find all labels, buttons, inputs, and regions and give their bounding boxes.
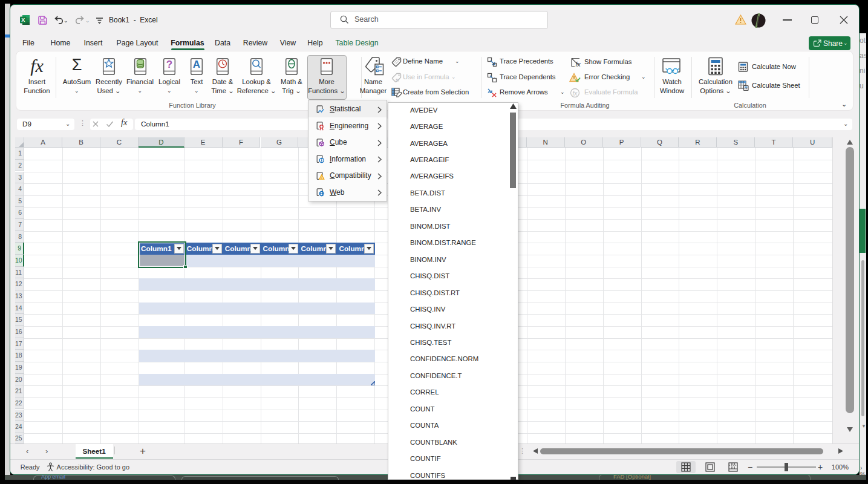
svg-text:fx: fx: [573, 90, 578, 97]
svg-text:?: ?: [166, 59, 172, 70]
svg-text:X: X: [21, 17, 25, 23]
svg-text:A: A: [193, 59, 200, 70]
svg-text:fx: fx: [396, 77, 400, 83]
svg-text:fx: fx: [576, 60, 581, 68]
